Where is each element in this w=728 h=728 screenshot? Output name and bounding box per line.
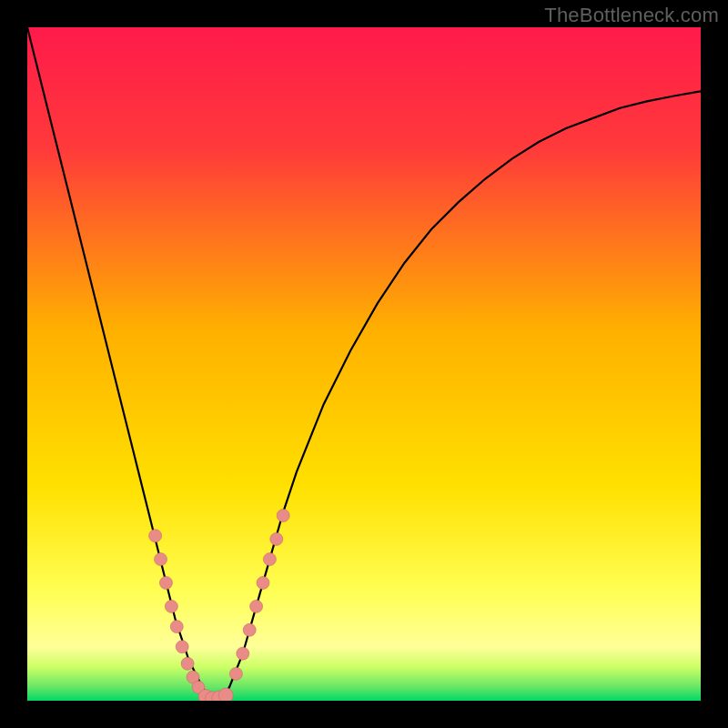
data-marker [257, 577, 269, 590]
data-marker [237, 647, 249, 660]
data-marker [149, 530, 162, 542]
data-marker [181, 657, 194, 670]
data-marker [263, 553, 276, 566]
data-marker [159, 577, 172, 590]
data-marker [170, 621, 183, 633]
data-marker [250, 600, 263, 612]
chart-frame: TheBottleneck.com [0, 0, 728, 728]
data-marker [229, 667, 242, 680]
attribution-label: TheBottleneck.com [544, 4, 719, 27]
data-marker [218, 688, 233, 701]
data-marker [155, 553, 167, 566]
gradient-background [27, 27, 701, 701]
data-marker [270, 532, 283, 545]
data-marker [176, 641, 188, 653]
data-marker [165, 600, 177, 612]
data-marker [277, 510, 289, 522]
data-marker [243, 623, 256, 636]
plot-area [27, 27, 701, 701]
bottleneck-chart [27, 27, 701, 701]
